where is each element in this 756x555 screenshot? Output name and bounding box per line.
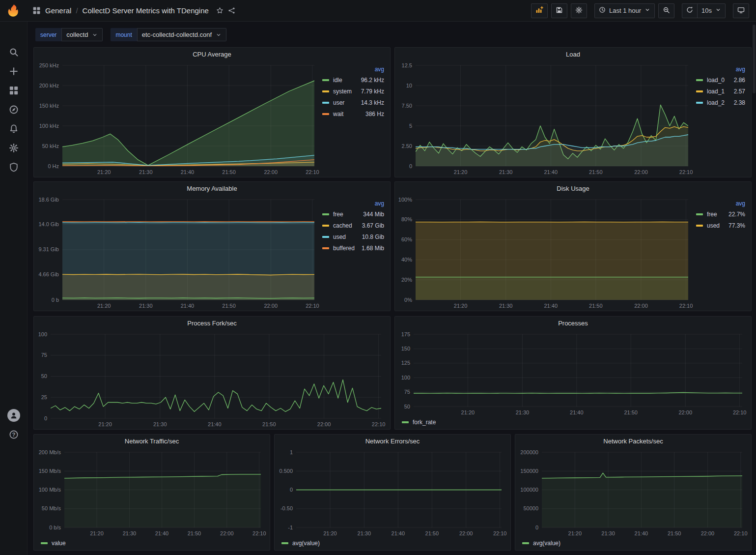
chart-plot-cpu[interactable]: 0 Hz50 kHz100 kHz150 kHz200 kHz250 kHz21…: [36, 60, 321, 176]
chart-plot-load[interactable]: 02.5057.501012.521:2021:3021:4021:5022:0…: [397, 60, 695, 176]
svg-text:150: 150: [401, 346, 410, 351]
sidebar: ?: [0, 22, 28, 555]
svg-text:100000: 100000: [520, 487, 538, 493]
series-name[interactable]: free: [333, 211, 343, 218]
series-name[interactable]: load_0: [707, 77, 725, 84]
chart-canvas[interactable]: 0 b/s50 Mb/s100 Mb/s150 Mb/s200 Mb/s21:2…: [36, 447, 268, 537]
chart-canvas[interactable]: 507510012515017521:2021:3021:4021:5022:0…: [397, 329, 749, 416]
chart-canvas[interactable]: 0%20%40%60%80%100%21:2021:3021:4021:5022…: [397, 195, 695, 310]
legend-avg-header[interactable]: avg: [696, 199, 745, 208]
chart-canvas[interactable]: 05000010000015000020000021:2021:3021:402…: [517, 447, 749, 537]
series-name[interactable]: buffered: [333, 245, 355, 252]
series-name[interactable]: cached: [333, 222, 352, 229]
legend-item: used77.3%: [696, 220, 745, 231]
series-name[interactable]: avg(value): [533, 540, 560, 547]
sidebar-item-configuration[interactable]: [0, 138, 28, 157]
legend-item: buffered1.68 Mib: [322, 242, 384, 254]
series-name[interactable]: avg(value): [292, 540, 320, 547]
svg-text:22:00: 22:00: [264, 169, 278, 175]
series-color-swatch: [696, 79, 703, 81]
panel-mem: Memory Available0 b4.66 Gib9.31 Gib14.0 …: [33, 181, 391, 311]
series-name[interactable]: user: [333, 99, 344, 106]
series-name[interactable]: free: [707, 211, 717, 218]
grafana-logo[interactable]: [0, 3, 28, 18]
svg-text:4.66 Gib: 4.66 Gib: [38, 271, 59, 277]
panel-title-load[interactable]: Load: [395, 48, 751, 60]
sidebar-item-alerting[interactable]: [0, 119, 28, 138]
svg-text:21:20: 21:20: [98, 421, 112, 427]
svg-text:22:10: 22:10: [252, 530, 266, 536]
variable-value-dropdown[interactable]: etc-collectd-collectd.conf: [137, 28, 226, 41]
breadcrumb-dashboard-title[interactable]: CollectD Server Metrics with TDengine: [83, 6, 209, 15]
svg-text:21:30: 21:30: [153, 421, 167, 427]
series-avg-value: 386 Hz: [359, 111, 384, 117]
breadcrumb-folder[interactable]: General: [45, 6, 71, 15]
refresh-button[interactable]: [682, 3, 698, 18]
panel-title-fork[interactable]: Process Fork/sec: [34, 317, 390, 329]
chart-canvas[interactable]: 02.5057.501012.521:2021:3021:4021:5022:0…: [397, 60, 695, 176]
svg-text:175: 175: [401, 331, 410, 337]
series-name[interactable]: idle: [333, 77, 342, 84]
svg-text:22:10: 22:10: [306, 169, 319, 175]
legend-avg-header[interactable]: avg: [322, 199, 384, 208]
chart-plot-err[interactable]: -1-0.5000.500121:2021:3021:4021:5022:002…: [277, 447, 508, 537]
sidebar-item-server-admin[interactable]: [0, 157, 28, 176]
series-avg-value: 2.38: [727, 99, 745, 106]
series-name[interactable]: load_1: [707, 88, 725, 95]
add-panel-button[interactable]: [531, 3, 548, 18]
svg-text:0 Hz: 0 Hz: [48, 163, 59, 169]
series-name[interactable]: value: [52, 540, 66, 547]
panel-title-err[interactable]: Network Errors/sec: [275, 435, 510, 447]
panel-title-disk[interactable]: Disk Usage: [395, 182, 751, 195]
series-name[interactable]: fork_rate: [413, 419, 436, 426]
svg-text:200 kHz: 200 kHz: [39, 83, 59, 88]
panel-title-mem[interactable]: Memory Available: [34, 182, 390, 195]
series-name[interactable]: load_2: [707, 99, 725, 106]
chart-canvas[interactable]: 0 Hz50 kHz100 kHz150 kHz200 kHz250 kHz21…: [36, 60, 321, 176]
series-name[interactable]: system: [333, 88, 352, 95]
svg-text:21:50: 21:50: [188, 530, 201, 536]
chart-plot-disk[interactable]: 0%20%40%60%80%100%21:2021:3021:4021:5022…: [397, 195, 695, 310]
chart-canvas[interactable]: 025507510021:2021:3021:4021:5022:0022:10: [36, 329, 388, 428]
save-dashboard-button[interactable]: [551, 3, 567, 18]
sidebar-item-help[interactable]: ?: [0, 425, 28, 444]
legend-avg-header[interactable]: avg: [322, 64, 384, 74]
legend-avg-header[interactable]: avg: [696, 64, 745, 74]
sidebar-item-search[interactable]: [0, 42, 28, 61]
series-name[interactable]: used: [707, 222, 720, 229]
cycle-view-mode-button[interactable]: [733, 3, 749, 18]
star-icon[interactable]: [216, 7, 224, 14]
share-icon[interactable]: [228, 7, 235, 14]
panel-title-traffic[interactable]: Network Traffic/sec: [34, 435, 270, 447]
chart-plot-fork[interactable]: 025507510021:2021:3021:4021:5022:0022:10: [36, 329, 388, 428]
sidebar-item-explore[interactable]: [0, 100, 28, 119]
chart-canvas[interactable]: -1-0.5000.500121:2021:3021:4021:5022:002…: [277, 447, 508, 537]
panel-load: Load02.5057.501012.521:2021:3021:4021:50…: [394, 47, 752, 177]
sidebar-item-create[interactable]: [0, 61, 28, 81]
chart-plot-pkt[interactable]: 05000010000015000020000021:2021:3021:402…: [517, 447, 749, 537]
chart-plot-proc[interactable]: 507510012515017521:2021:3021:4021:5022:0…: [397, 329, 749, 416]
panel-title-pkt[interactable]: Network Packets/sec: [515, 435, 751, 447]
legend-item: used10.8 Gib: [322, 231, 384, 242]
panel-title-proc[interactable]: Processes: [395, 317, 751, 329]
zoom-out-button[interactable]: [658, 3, 674, 18]
dashboard-settings-button[interactable]: [571, 3, 587, 18]
svg-text:22:10: 22:10: [306, 303, 319, 309]
panel-title-cpu[interactable]: CPU Average: [34, 48, 390, 60]
series-color-swatch: [322, 236, 329, 238]
svg-text:1: 1: [290, 449, 293, 455]
sidebar-item-dashboards[interactable]: [0, 81, 28, 100]
chart-canvas[interactable]: 0 b4.66 Gib9.31 Gib14.0 Gib18.6 Gib21:20…: [36, 195, 321, 310]
chart-plot-mem[interactable]: 0 b4.66 Gib9.31 Gib14.0 Gib18.6 Gib21:20…: [36, 195, 321, 310]
chart-plot-traffic[interactable]: 0 b/s50 Mb/s100 Mb/s150 Mb/s200 Mb/s21:2…: [36, 447, 268, 537]
series-avg-value: 2.57: [727, 88, 745, 95]
page-scrollbar[interactable]: [753, 25, 756, 93]
refresh-interval-dropdown[interactable]: 10s: [697, 3, 726, 18]
variable-value-dropdown[interactable]: collectd: [61, 28, 103, 41]
series-name[interactable]: wait: [333, 111, 343, 117]
sidebar-item-profile[interactable]: [0, 406, 28, 425]
time-range-picker[interactable]: Last 1 hour: [594, 3, 655, 18]
series-name[interactable]: used: [333, 234, 346, 240]
legend-pkt: avg(value): [515, 538, 751, 550]
legend-item: user14.3 kHz: [322, 97, 384, 108]
